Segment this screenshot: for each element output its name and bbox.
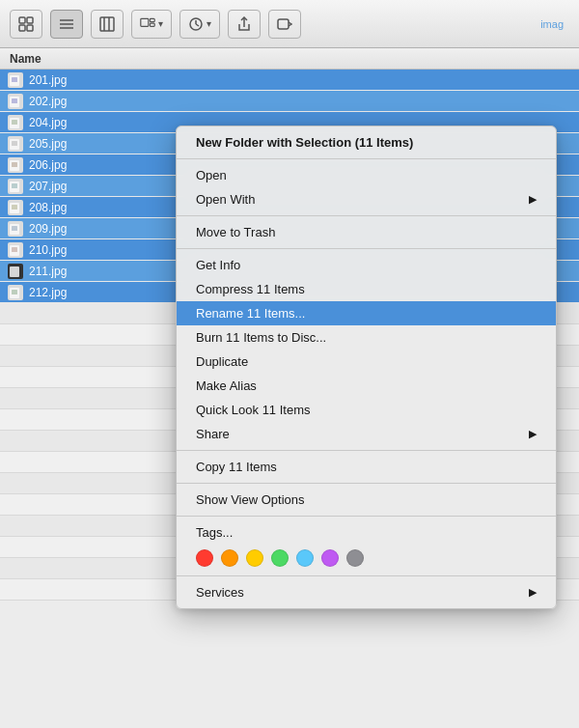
svg-rect-22 bbox=[12, 120, 17, 125]
share-toolbar-button[interactable] bbox=[228, 10, 261, 39]
ctx-quick-look-label: Quick Look 11 Items bbox=[196, 403, 311, 417]
file-thumb bbox=[8, 136, 23, 152]
file-thumb bbox=[8, 179, 23, 194]
ctx-separator bbox=[177, 248, 556, 249]
ctx-move-trash[interactable]: Move to Trash bbox=[177, 220, 556, 244]
svg-rect-26 bbox=[12, 162, 17, 167]
ctx-separator bbox=[177, 158, 556, 159]
file-name: 201.jpg bbox=[29, 73, 67, 87]
tag-blue-dot[interactable] bbox=[296, 549, 314, 567]
arrange-button[interactable]: ▾ bbox=[179, 10, 220, 39]
ctx-open[interactable]: Open bbox=[177, 163, 556, 187]
file-thumb bbox=[8, 264, 23, 279]
ctx-duplicate[interactable]: Duplicate bbox=[177, 350, 556, 374]
ctx-compress-label: Compress 11 Items bbox=[196, 282, 305, 296]
file-thumb bbox=[8, 200, 23, 215]
svg-rect-16 bbox=[278, 19, 289, 29]
file-name: 206.jpg bbox=[29, 158, 67, 172]
file-row[interactable]: 202.jpg bbox=[0, 91, 579, 112]
file-thumb bbox=[8, 72, 23, 88]
tag-yellow-dot[interactable] bbox=[246, 549, 263, 567]
svg-rect-1 bbox=[27, 17, 33, 23]
file-thumb bbox=[8, 94, 23, 109]
file-name: 208.jpg bbox=[29, 201, 67, 214]
file-name: 209.jpg bbox=[29, 222, 67, 236]
ctx-copy-label: Copy 11 Items bbox=[196, 460, 277, 474]
toolbar: ▾ ▾ imag bbox=[0, 0, 579, 48]
file-thumb bbox=[8, 221, 23, 237]
ctx-tags-label: Tags... bbox=[196, 525, 233, 540]
ctx-open-with[interactable]: Open With ▶ bbox=[177, 187, 556, 211]
svg-rect-11 bbox=[150, 18, 154, 21]
ctx-tags-dots-row bbox=[177, 545, 556, 572]
svg-rect-32 bbox=[12, 226, 17, 231]
ctx-separator bbox=[177, 483, 556, 484]
ctx-share-label: Share bbox=[196, 427, 230, 441]
gallery-view-button[interactable]: ▾ bbox=[131, 10, 172, 39]
ctx-burn[interactable]: Burn 11 Items to Disc... bbox=[177, 325, 556, 350]
file-list-container: Name 201.jpg 202.jpg 204.jpg 205.jpg bbox=[0, 48, 579, 728]
ctx-get-info[interactable]: Get Info bbox=[177, 253, 556, 277]
file-name: 204.jpg bbox=[29, 116, 67, 129]
svg-rect-2 bbox=[19, 25, 25, 31]
ctx-open-with-arrow: ▶ bbox=[529, 193, 537, 206]
ctx-separator bbox=[177, 215, 556, 216]
svg-rect-34 bbox=[12, 247, 17, 252]
file-name: 211.jpg bbox=[29, 265, 67, 278]
icon-view-button[interactable] bbox=[10, 10, 42, 39]
ctx-separator bbox=[177, 516, 556, 517]
file-row[interactable]: 201.jpg bbox=[0, 70, 579, 91]
file-thumb bbox=[8, 157, 23, 173]
tag-toolbar-button[interactable] bbox=[268, 10, 301, 39]
tag-red-dot[interactable] bbox=[196, 549, 213, 567]
svg-rect-18 bbox=[12, 77, 17, 82]
file-thumb bbox=[8, 285, 23, 300]
ctx-rename-label: Rename 11 Items... bbox=[196, 306, 305, 321]
tag-gray-dot[interactable] bbox=[346, 549, 364, 567]
svg-rect-3 bbox=[27, 25, 33, 31]
column-header: Name bbox=[0, 48, 579, 70]
ctx-make-alias[interactable]: Make Alias bbox=[177, 374, 556, 398]
file-thumb bbox=[8, 242, 23, 258]
ctx-get-info-label: Get Info bbox=[196, 258, 240, 272]
file-name: 202.jpg bbox=[29, 95, 67, 108]
ctx-share-arrow: ▶ bbox=[529, 428, 537, 440]
svg-rect-24 bbox=[12, 141, 17, 146]
tag-green-dot[interactable] bbox=[271, 549, 289, 567]
list-view-button[interactable] bbox=[50, 10, 83, 39]
ctx-show-view-options[interactable]: Show View Options bbox=[177, 488, 556, 512]
ctx-rename[interactable]: Rename 11 Items... bbox=[177, 301, 556, 325]
ctx-compress[interactable]: Compress 11 Items bbox=[177, 277, 556, 301]
ctx-burn-label: Burn 11 Items to Disc... bbox=[196, 330, 326, 345]
ctx-services-arrow: ▶ bbox=[529, 586, 537, 599]
ctx-copy[interactable]: Copy 11 Items bbox=[177, 455, 556, 479]
ctx-open-label: Open bbox=[196, 168, 227, 182]
ctx-services-label: Services bbox=[196, 585, 244, 600]
svg-line-15 bbox=[196, 24, 199, 26]
svg-rect-28 bbox=[12, 183, 17, 188]
svg-rect-12 bbox=[150, 23, 154, 26]
svg-rect-30 bbox=[12, 205, 17, 210]
ctx-services[interactable]: Services ▶ bbox=[177, 580, 556, 604]
ctx-share[interactable]: Share ▶ bbox=[177, 422, 556, 446]
context-menu: New Folder with Selection (11 Items) Ope… bbox=[176, 126, 557, 609]
tag-purple-dot[interactable] bbox=[321, 549, 339, 567]
svg-rect-37 bbox=[12, 290, 17, 294]
ctx-show-view-options-label: Show View Options bbox=[196, 492, 305, 507]
file-name: 210.jpg bbox=[29, 243, 67, 257]
ctx-quick-look[interactable]: Quick Look 11 Items bbox=[177, 398, 556, 422]
ctx-tags[interactable]: Tags... bbox=[177, 520, 556, 545]
ctx-make-alias-label: Make Alias bbox=[196, 378, 257, 393]
ctx-new-folder[interactable]: New Folder with Selection (11 Items) bbox=[177, 130, 556, 154]
svg-rect-10 bbox=[141, 18, 149, 26]
file-name: 205.jpg bbox=[29, 137, 67, 151]
file-name: 212.jpg bbox=[29, 286, 67, 299]
file-name: 207.jpg bbox=[29, 180, 67, 193]
ctx-separator bbox=[177, 450, 556, 451]
column-view-button[interactable] bbox=[91, 10, 124, 39]
ctx-new-folder-label: New Folder with Selection (11 Items) bbox=[196, 135, 413, 150]
svg-rect-20 bbox=[12, 98, 17, 103]
ctx-open-with-label: Open With bbox=[196, 192, 255, 207]
tag-orange-dot[interactable] bbox=[221, 549, 238, 567]
svg-rect-0 bbox=[19, 17, 25, 23]
